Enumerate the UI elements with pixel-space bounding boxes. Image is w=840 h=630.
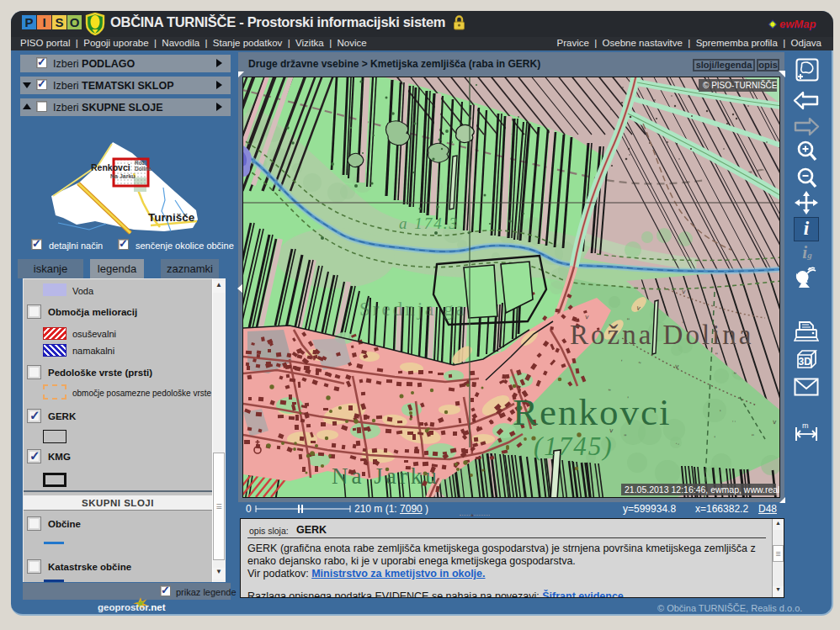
svg-text:m: m xyxy=(802,421,809,430)
svg-text:3D: 3D xyxy=(799,356,812,368)
svg-text:Renkovci: Renkovci xyxy=(513,391,671,433)
svg-text:Srednja ga: Srednja ga xyxy=(359,299,467,320)
svg-text:v: v xyxy=(773,418,777,426)
svg-text:21.05.2013 12:16:46, ewmap, ww: 21.05.2013 12:16:46, ewmap, www.realis.s… xyxy=(625,484,779,495)
svg-text:© PISO-TURNIŠČE: © PISO-TURNIŠČE xyxy=(703,80,778,90)
svg-text:ʾʾ: ʾʾ xyxy=(731,420,736,427)
svg-text:(1745): (1745) xyxy=(534,431,614,461)
svg-text:Na Jarku: Na Jarku xyxy=(332,463,440,489)
svg-text:a 174.3: a 174.3 xyxy=(399,214,459,232)
svg-text:Rožna Dolina: Rožna Dolina xyxy=(570,320,753,350)
